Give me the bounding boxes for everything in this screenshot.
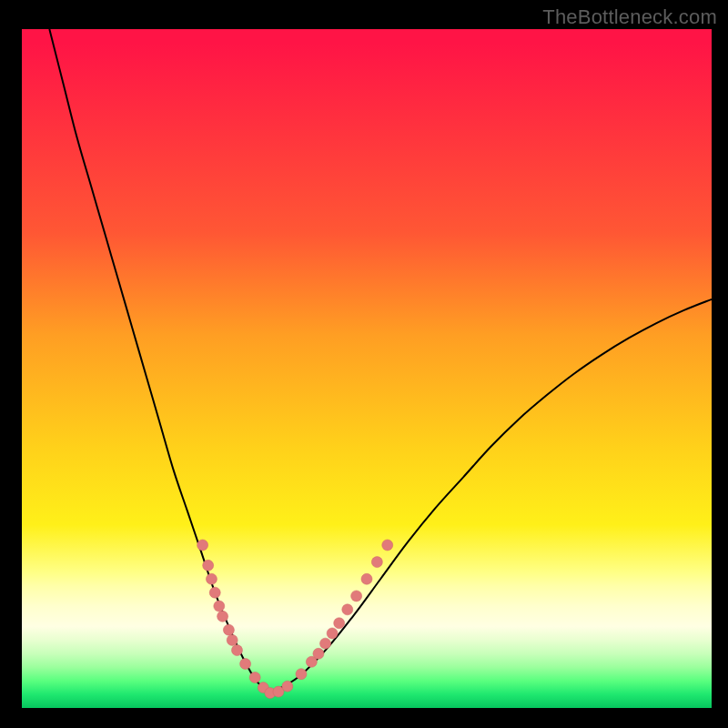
data-dot xyxy=(382,540,393,551)
data-dots xyxy=(197,540,393,699)
data-dot xyxy=(296,669,307,680)
data-dot xyxy=(214,601,225,612)
data-dot xyxy=(351,591,362,602)
data-dot xyxy=(240,659,251,670)
data-dot xyxy=(197,540,208,551)
data-dot xyxy=(361,573,372,584)
chart-svg xyxy=(22,29,712,708)
data-dot xyxy=(327,628,338,639)
watermark-text: TheBottleneck.com xyxy=(542,5,717,29)
data-dot xyxy=(203,560,214,571)
data-dot xyxy=(206,573,217,584)
data-dot xyxy=(282,681,293,692)
data-dot xyxy=(342,604,353,615)
data-dot xyxy=(223,624,234,635)
data-dot xyxy=(371,557,382,568)
data-dot xyxy=(232,645,243,656)
data-dot xyxy=(320,638,331,649)
data-dot xyxy=(209,587,220,598)
data-dot xyxy=(217,611,228,622)
data-dot xyxy=(249,672,260,682)
data-dot xyxy=(313,648,324,659)
plot-area xyxy=(22,29,712,708)
data-dot xyxy=(227,634,238,645)
curve-left xyxy=(49,29,270,693)
data-dot xyxy=(334,618,345,629)
